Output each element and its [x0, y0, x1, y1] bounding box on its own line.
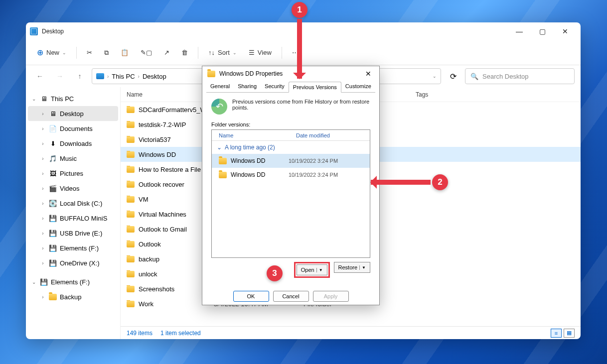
- sidebar-item[interactable]: ›📄Documents: [28, 121, 118, 136]
- tree-root-this-pc[interactable]: ⌄🖥This PC: [28, 91, 118, 106]
- tab-security[interactable]: Security: [261, 81, 289, 92]
- col-name[interactable]: Name: [121, 91, 208, 98]
- sort-button[interactable]: ↑↓ Sort ⌄: [203, 45, 242, 61]
- cancel-button[interactable]: Cancel: [273, 291, 309, 302]
- versions-list: Name Date modified ⌄A long time ago (2) …: [211, 129, 370, 258]
- back-button[interactable]: ←: [32, 68, 48, 84]
- version-group[interactable]: ⌄A long time ago (2): [212, 141, 370, 154]
- callout-1: 1: [292, 2, 307, 18]
- col-tags[interactable]: Tags: [410, 91, 581, 98]
- copy-button[interactable]: ⧉: [99, 45, 114, 61]
- breadcrumb-part[interactable]: Desktop: [143, 73, 166, 80]
- callout-3: 3: [267, 265, 283, 281]
- sidebar-item[interactable]: ›💾OneDrive (X:): [28, 255, 118, 270]
- apply-button[interactable]: Apply: [313, 291, 349, 302]
- breadcrumb-part[interactable]: This PC: [112, 73, 135, 80]
- ok-button[interactable]: OK: [233, 291, 269, 302]
- sidebar-item[interactable]: ›💽Local Disk (C:): [28, 196, 118, 211]
- sidebar-item[interactable]: ›🖼Pictures: [28, 166, 118, 181]
- large-view-icon[interactable]: ▦: [564, 329, 575, 338]
- selected-count: 1 item selected: [160, 330, 201, 337]
- open-button[interactable]: Open▼: [297, 264, 327, 275]
- status-bar: 149 items 1 item selected ≡ ▦: [121, 326, 581, 339]
- open-highlight: Open▼: [294, 262, 330, 278]
- up-button[interactable]: ↑: [72, 68, 88, 84]
- version-col-name[interactable]: Name: [212, 132, 289, 138]
- refresh-button[interactable]: ⟳: [445, 68, 461, 84]
- forward-button[interactable]: →: [52, 68, 68, 84]
- details-view-icon[interactable]: ≡: [551, 329, 562, 338]
- pc-icon: [96, 73, 104, 79]
- view-button[interactable]: ☰ View: [244, 45, 277, 61]
- chevron-down-icon: ⌄: [217, 144, 222, 151]
- tab-customize[interactable]: Customize: [341, 81, 375, 92]
- item-count: 149 items: [127, 330, 152, 337]
- search-input[interactable]: 🔍 Search Desktop: [465, 68, 575, 84]
- new-button[interactable]: ⊕New⌄: [32, 45, 71, 61]
- sidebar-item[interactable]: ›🖥Desktop: [28, 106, 118, 121]
- sidebar-item[interactable]: ›💾USB Drive (E:): [28, 226, 118, 241]
- folder-versions-label: Folder versions:: [211, 121, 370, 127]
- titlebar: Desktop — ▢ ✕: [26, 22, 581, 40]
- sidebar-item[interactable]: ›🎵Music: [28, 151, 118, 166]
- dialog-close-button[interactable]: ✕: [362, 70, 374, 78]
- history-icon: [211, 99, 227, 115]
- dialog-titlebar: Windows DD Properties ✕: [202, 66, 379, 81]
- version-row[interactable]: Windows DD10/19/2022 3:24 PM: [212, 154, 370, 168]
- window-title: Desktop: [42, 28, 64, 35]
- version-row[interactable]: Windows DD10/19/2022 3:24 PM: [212, 168, 370, 182]
- addr-dropdown-icon[interactable]: ⌄: [433, 74, 437, 79]
- tab-general[interactable]: General: [206, 81, 234, 92]
- close-button[interactable]: ✕: [554, 23, 577, 39]
- restore-button[interactable]: Restore▼: [334, 262, 370, 273]
- folder-icon: [207, 71, 215, 77]
- arrow-2: [371, 180, 431, 185]
- maximize-button[interactable]: ▢: [531, 23, 554, 39]
- description-text: Previous versions come from File History…: [232, 99, 370, 115]
- sidebar-item[interactable]: ›💾BUFFALO MiniS: [28, 211, 118, 226]
- search-icon: 🔍: [470, 73, 478, 80]
- dialog-tabs: General Sharing Security Previous Versio…: [202, 81, 379, 92]
- sidebar-item[interactable]: ›🎬Videos: [28, 181, 118, 196]
- sidebar-item[interactable]: ›⬇Downloads: [28, 136, 118, 151]
- cut-button[interactable]: ✂: [82, 45, 97, 61]
- callout-2: 2: [432, 174, 448, 190]
- delete-button[interactable]: 🗑: [176, 45, 193, 61]
- tab-sharing[interactable]: Sharing: [234, 81, 261, 92]
- sidebar: ⌄🖥This PC ›🖥Desktop›📄Documents›⬇Download…: [26, 87, 121, 339]
- sidebar-item[interactable]: ›💾Elements (F:): [28, 241, 118, 255]
- paste-button[interactable]: 📋: [116, 45, 134, 61]
- desktop-icon: [30, 27, 38, 35]
- minimize-button[interactable]: —: [508, 23, 531, 39]
- toolbar: ⊕New⌄ ✂ ⧉ 📋 ✎▢ ↗ 🗑 ↑↓ Sort ⌄ ☰ View ⋯: [26, 40, 581, 65]
- rename-button[interactable]: ✎▢: [136, 45, 157, 61]
- share-button[interactable]: ↗: [159, 45, 174, 61]
- dialog-title: Windows DD Properties: [219, 70, 283, 77]
- sidebar-item-backup[interactable]: ›Backup: [28, 289, 118, 304]
- properties-dialog: Windows DD Properties ✕ General Sharing …: [202, 66, 380, 305]
- tree-root-elements[interactable]: ⌄💾Elements (F:): [28, 274, 118, 289]
- version-col-date[interactable]: Date modified: [289, 132, 337, 138]
- arrow-1: [297, 19, 302, 79]
